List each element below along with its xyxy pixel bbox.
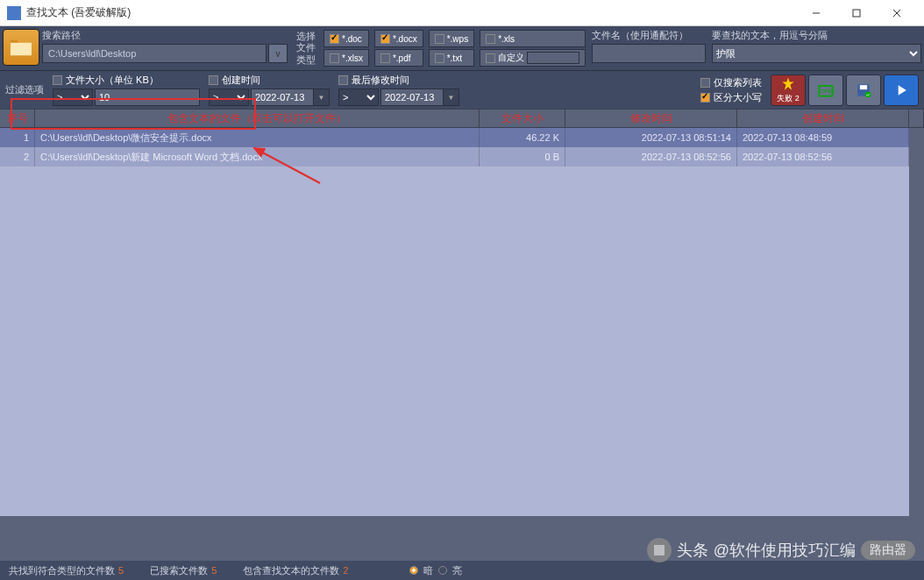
chevron-down-icon[interactable]: ▼ [444, 88, 459, 106]
svg-rect-7 [860, 85, 867, 89]
filesize-value[interactable] [95, 88, 200, 106]
window-title: 查找文本 (吾爱破解版) [26, 5, 796, 20]
filetype-docx[interactable]: *.docx [374, 30, 423, 47]
filename-label: 文件名（使用通配符） [592, 29, 706, 42]
filetype-custom[interactable]: 自定义 [480, 49, 586, 67]
maximize-button[interactable] [836, 0, 877, 26]
filetype-txt[interactable]: *.txt [429, 49, 474, 67]
save-button[interactable] [846, 74, 881, 106]
titlebar: 查找文本 (吾爱破解版) [0, 0, 924, 26]
results-table: 序号 包含文本的文件（双击可以打开文件） 文件大小 修改时间 创建时间 1 C:… [0, 109, 924, 516]
filetype-pdf[interactable]: *.pdf [374, 49, 423, 67]
filetype-label: 选择文件类型 [290, 29, 322, 67]
path-input[interactable] [42, 44, 267, 63]
search-text-group: 要查找的文本，用逗号分隔 护限 [712, 29, 921, 67]
watermark-logo-icon [647, 538, 672, 562]
checkbox-icon[interactable] [486, 53, 495, 63]
filesize-op[interactable]: > [53, 88, 93, 106]
radio-icon[interactable] [438, 566, 447, 575]
checkbox-icon[interactable] [700, 78, 710, 88]
minimize-button[interactable] [796, 0, 836, 26]
cell-mod: 2022-07-13 08:51:14 [565, 128, 737, 147]
watermark-text: @软件使用技巧汇编 [714, 540, 856, 561]
checkbox-icon[interactable] [435, 34, 444, 44]
filetype-xlsx[interactable]: *.xlsx [323, 49, 369, 67]
filename-input[interactable] [592, 44, 706, 63]
checkbox-icon[interactable] [380, 34, 390, 44]
run-button[interactable] [884, 74, 919, 106]
path-group: 搜索路径 v [42, 29, 288, 67]
theme-toggle[interactable]: 暗 亮 [409, 564, 462, 577]
open-button[interactable]: OPEN [808, 74, 843, 106]
cell-mod: 2022-07-13 08:52:56 [565, 147, 737, 166]
table-header: 序号 包含文本的文件（双击可以打开文件） 文件大小 修改时间 创建时间 [0, 109, 924, 128]
watermark: 头条 @软件使用技巧汇编 路由器 [647, 538, 915, 562]
watermark-brand: 头条 [677, 540, 708, 561]
table-row[interactable]: 2 C:\Users\ldl\Desktop\新建 Microsoft Word… [0, 147, 909, 166]
filename-group: 文件名（使用通配符） [592, 29, 706, 67]
close-button[interactable] [877, 0, 917, 26]
createtime-filter: 创建时间 > ▼ [209, 74, 330, 106]
watermark-badge: 路由器 [861, 541, 915, 560]
checkbox-icon[interactable] [330, 34, 339, 44]
table-body: 1 C:\Users\ldl\Desktop\微信安全提示.docx 46.22… [0, 128, 909, 516]
cell-index: 2 [0, 147, 35, 166]
svg-text:OPEN: OPEN [821, 88, 835, 94]
chevron-down-icon[interactable]: ▼ [314, 88, 330, 106]
svg-rect-1 [853, 10, 860, 17]
filetype-wps[interactable]: *.wps [429, 30, 474, 47]
checkbox-icon[interactable] [435, 53, 444, 63]
svg-point-8 [865, 91, 871, 97]
filetype-doc[interactable]: *.doc [323, 30, 369, 47]
filter-options-label: 过滤选项 [5, 83, 44, 96]
modtime-filter: 最后修改时间 > ▼ [338, 74, 459, 106]
col-createtime[interactable]: 创建时间 [737, 109, 909, 127]
path-label: 搜索路径 [42, 29, 288, 42]
checkbox-icon[interactable] [209, 75, 218, 85]
toolbar: 搜索路径 v 选择文件类型 *.doc *.docx *.wps *.xls *… [0, 26, 924, 109]
fail-button[interactable]: 失败 2 [771, 74, 806, 106]
action-buttons: 失败 2 OPEN [771, 74, 919, 106]
cell-index: 1 [0, 128, 35, 147]
col-index[interactable]: 序号 [0, 109, 35, 127]
filesize-filter: 文件大小（单位 KB） > [53, 74, 200, 106]
createtime-value[interactable] [251, 88, 314, 106]
search-text-select[interactable]: 护限 [712, 44, 921, 63]
cell-size: 0 B [480, 147, 565, 166]
app-icon [7, 6, 21, 20]
svg-rect-10 [654, 545, 665, 555]
cell-create: 2022-07-13 08:52:56 [737, 147, 909, 166]
path-dropdown-button[interactable]: v [268, 44, 288, 63]
modtime-value[interactable] [380, 88, 444, 106]
statusbar: 共找到符合类型的文件数5 已搜索文件数5 包含查找文本的文件数2 暗 亮 [0, 561, 924, 580]
cell-size: 46.22 K [480, 128, 565, 147]
modtime-op[interactable]: > [338, 88, 379, 106]
table-row[interactable]: 1 C:\Users\ldl\Desktop\微信安全提示.docx 46.22… [0, 128, 909, 147]
checkbox-icon[interactable] [53, 75, 62, 85]
checkbox-icon[interactable] [380, 53, 390, 63]
filetype-group: 选择文件类型 *.doc *.docx *.wps *.xls *.xlsx *… [290, 29, 586, 67]
createtime-op[interactable]: > [209, 88, 249, 106]
checkbox-icon[interactable] [700, 93, 710, 103]
checkbox-icon[interactable] [330, 53, 339, 63]
col-modtime[interactable]: 修改时间 [565, 109, 737, 127]
checkbox-icon[interactable] [486, 34, 495, 44]
cell-create: 2022-07-13 08:48:59 [737, 128, 909, 147]
cell-path: C:\Users\ldl\Desktop\微信安全提示.docx [35, 128, 480, 147]
col-size[interactable]: 文件大小 [480, 109, 565, 127]
filetype-xls[interactable]: *.xls [480, 30, 586, 47]
radio-icon[interactable] [409, 566, 418, 575]
search-options: 仅搜索列表 区分大小写 [700, 76, 762, 104]
custom-ext-input[interactable] [527, 52, 579, 64]
search-text-label: 要查找的文本，用逗号分隔 [712, 29, 921, 42]
checkbox-icon[interactable] [338, 75, 348, 85]
folder-icon[interactable] [3, 29, 39, 66]
cell-path: C:\Users\ldl\Desktop\新建 Microsoft Word 文… [35, 147, 480, 166]
col-file[interactable]: 包含文本的文件（双击可以打开文件） [35, 109, 480, 127]
